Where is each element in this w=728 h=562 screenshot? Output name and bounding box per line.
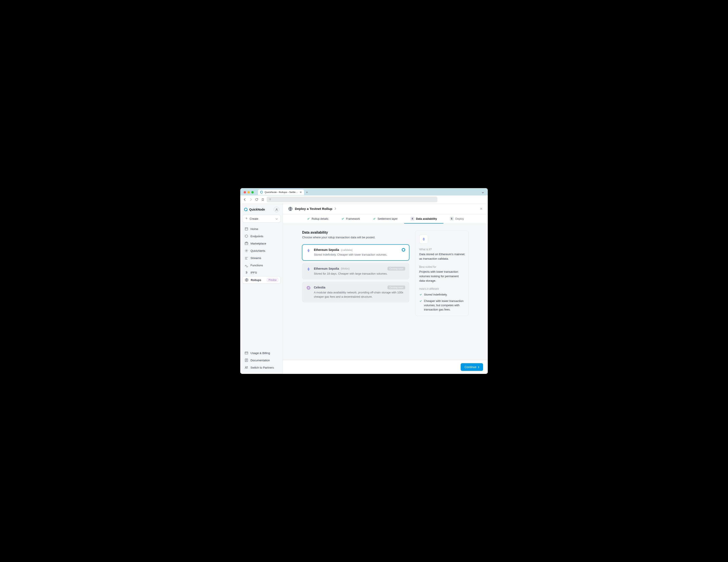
nav-icon bbox=[245, 241, 248, 245]
step-number: 4 bbox=[411, 217, 414, 220]
tab-title: QuickNode - Rollups - Settle… bbox=[265, 191, 298, 193]
create-button[interactable]: Create bbox=[242, 215, 281, 222]
nav-icon bbox=[245, 227, 248, 231]
window-controls bbox=[242, 191, 255, 193]
step-label: Settlement layer bbox=[378, 217, 398, 220]
create-label: Create bbox=[250, 217, 258, 220]
new-tab-button[interactable]: + bbox=[304, 189, 310, 195]
settings-icon bbox=[269, 198, 271, 201]
window-minimize-button[interactable] bbox=[248, 191, 250, 193]
nav-icon bbox=[245, 256, 248, 260]
step-settlement-layer[interactable]: Settlement layer bbox=[366, 214, 404, 223]
page-header: Deploy a Testnet Rollup ✕ bbox=[283, 204, 488, 214]
main-area: Deploy a Testnet Rollup ✕ Rollup details… bbox=[283, 204, 488, 374]
nav-label: IPFS bbox=[250, 271, 257, 274]
option-card-celestia: CelestiaComing soonA modular data availa… bbox=[302, 282, 409, 303]
globe-icon bbox=[288, 206, 293, 211]
account-button[interactable] bbox=[274, 207, 279, 212]
nav-label: Rollups bbox=[251, 278, 261, 282]
tabs-menu-button[interactable] bbox=[480, 189, 486, 195]
info-suited-text: Projects with lower transaction volumes … bbox=[419, 270, 464, 283]
sidebar-item-marketplace[interactable]: Marketplace bbox=[242, 240, 281, 247]
svg-point-6 bbox=[245, 249, 248, 252]
nav-icon bbox=[245, 234, 248, 238]
step-label: Rollup details bbox=[312, 217, 328, 220]
section-desc: Choose where your rollup transaction dat… bbox=[302, 236, 409, 239]
svg-rect-4 bbox=[245, 242, 248, 245]
sidebar-item-ipfs[interactable]: IPFS bbox=[242, 269, 281, 276]
option-tag: (blobs) bbox=[341, 267, 349, 270]
nav-icon bbox=[245, 278, 249, 282]
sidebar-footer: Usage & BillingDocumentationSwitch to Pa… bbox=[242, 350, 281, 371]
tab-favicon-icon bbox=[260, 191, 263, 194]
check-icon bbox=[419, 293, 422, 296]
svg-rect-3 bbox=[245, 227, 248, 230]
nav-icon bbox=[245, 263, 248, 267]
chevron-down-icon bbox=[275, 217, 278, 220]
step-framework[interactable]: Framework bbox=[335, 214, 366, 223]
ethereum-icon bbox=[306, 267, 311, 271]
nav-back-button[interactable] bbox=[242, 197, 247, 202]
browser-tab[interactable]: QuickNode - Rollups - Settle… ✕ bbox=[258, 189, 304, 195]
nav-icon bbox=[245, 351, 248, 355]
info-diff-text: Stored indefinitely. bbox=[424, 293, 447, 297]
page-title: Deploy a Testnet Rollup bbox=[295, 207, 332, 211]
svg-rect-8 bbox=[245, 352, 248, 354]
nav-icon bbox=[245, 270, 248, 274]
step-label: Data availability bbox=[416, 217, 437, 220]
sidebar-header: QuickNode bbox=[242, 207, 281, 215]
check-icon bbox=[419, 300, 422, 303]
nav-reload-button[interactable] bbox=[254, 197, 259, 202]
nav-label: Switch to Partners bbox=[250, 366, 274, 369]
nav-badge: Preview bbox=[267, 278, 278, 282]
info-suited-label: Best suited for bbox=[419, 265, 464, 268]
continue-label: Continue bbox=[464, 365, 476, 369]
sidebar-item-quickalerts[interactable]: QuickAlerts bbox=[242, 247, 281, 254]
option-tag: (calldata) bbox=[341, 248, 353, 251]
info-what-text: Data stored on Ethereum's mainnet as tra… bbox=[419, 252, 464, 261]
footer-bar: Continue bbox=[283, 360, 488, 374]
chevron-right-icon bbox=[334, 207, 336, 211]
window-close-button[interactable] bbox=[244, 191, 246, 193]
step-rollup-details[interactable]: Rollup details bbox=[300, 214, 335, 223]
option-name: Ethereum Sepolia bbox=[314, 248, 339, 251]
sidebar-item-rollups[interactable]: RollupsPreview bbox=[242, 276, 281, 284]
brand-logo[interactable]: QuickNode bbox=[244, 207, 265, 211]
nav-label: Endpoints bbox=[250, 235, 263, 238]
footer-item-usage-billing[interactable]: Usage & Billing bbox=[242, 350, 281, 356]
content: Data availability Choose where your roll… bbox=[283, 224, 488, 374]
tab-bar: QuickNode - Rollups - Settle… ✕ + bbox=[240, 188, 488, 195]
step-deploy: 5Deploy bbox=[443, 214, 470, 223]
option-card-ethereum-sepolia-blobs-: Ethereum Sepolia(blobs)Coming soonStored… bbox=[302, 263, 409, 279]
coming-soon-badge: Coming soon bbox=[387, 267, 405, 270]
step-number: 5 bbox=[450, 217, 454, 220]
svg-point-2 bbox=[276, 208, 277, 209]
nav-bookmark-button[interactable] bbox=[260, 197, 265, 202]
footer-item-documentation[interactable]: Documentation bbox=[242, 357, 281, 364]
option-name: Celestia bbox=[314, 286, 325, 289]
option-card-ethereum-sepolia-calldata-[interactable]: Ethereum Sepolia(calldata)Stored indefin… bbox=[302, 244, 409, 260]
sidebar-item-endpoints[interactable]: Endpoints bbox=[242, 233, 281, 239]
nav-icon bbox=[245, 366, 248, 370]
url-input[interactable] bbox=[267, 197, 437, 202]
plus-icon bbox=[245, 217, 248, 220]
brand-logo-icon bbox=[244, 207, 248, 211]
browser-chrome: QuickNode - Rollups - Settle… ✕ + bbox=[240, 188, 488, 204]
step-label: Framework bbox=[346, 217, 360, 220]
tab-close-button[interactable]: ✕ bbox=[300, 191, 302, 194]
page-close-button[interactable]: ✕ bbox=[480, 207, 483, 211]
celestia-icon bbox=[306, 286, 311, 290]
sidebar-item-home[interactable]: Home bbox=[242, 225, 281, 232]
window-maximize-button[interactable] bbox=[251, 191, 254, 193]
option-name: Ethereum Sepolia bbox=[314, 267, 339, 270]
browser-window: QuickNode - Rollups - Settle… ✕ + bbox=[240, 188, 488, 374]
nav-icon bbox=[245, 358, 248, 362]
option-desc: Stored for 18 days. Cheaper with large t… bbox=[314, 271, 405, 276]
footer-item-switch-to-partners[interactable]: Switch to Partners bbox=[242, 364, 281, 371]
continue-button[interactable]: Continue bbox=[461, 363, 483, 371]
chevron-right-icon bbox=[478, 366, 479, 368]
step-label: Deploy bbox=[455, 217, 464, 220]
sidebar-item-functions[interactable]: Functions bbox=[242, 262, 281, 268]
sidebar-item-streams[interactable]: Streams bbox=[242, 254, 281, 261]
nav-forward-button[interactable] bbox=[248, 197, 253, 202]
